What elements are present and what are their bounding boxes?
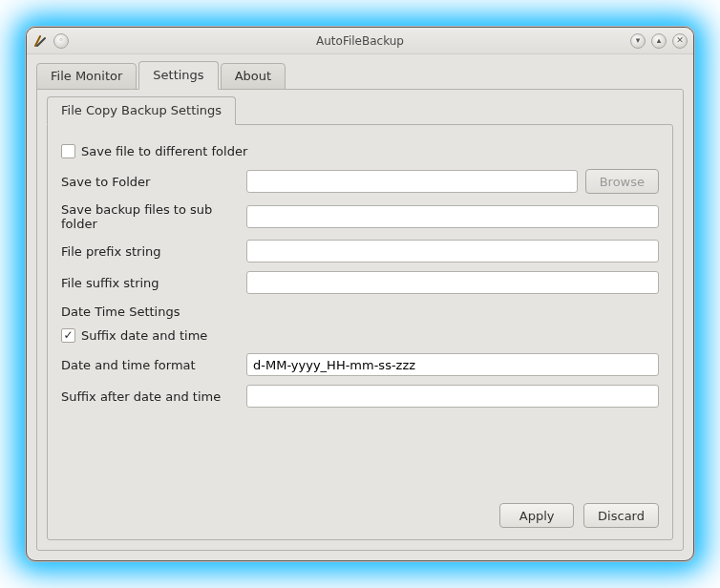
circle-icon: ◦ bbox=[58, 36, 63, 45]
save-diff-folder-checkbox[interactable] bbox=[61, 144, 75, 158]
apply-button[interactable]: Apply bbox=[499, 503, 574, 528]
file-suffix-row: File suffix string bbox=[61, 271, 659, 294]
button-label: Discard bbox=[598, 509, 645, 523]
date-format-input[interactable] bbox=[246, 353, 659, 376]
titlebar: ◦ AutoFileBackup ▾ ▴ ✕ bbox=[27, 28, 693, 54]
browse-button[interactable]: Browse bbox=[585, 169, 659, 194]
application-window: ◦ AutoFileBackup ▾ ▴ ✕ File Monitor bbox=[26, 27, 694, 561]
main-tabstrip: File Monitor Settings About bbox=[36, 62, 684, 89]
close-button[interactable]: ✕ bbox=[672, 33, 688, 49]
save-sub-folder-row: Save backup files to sub folder bbox=[61, 202, 659, 231]
date-format-label: Date and time format bbox=[61, 358, 246, 372]
save-to-folder-row: Save to Folder Browse bbox=[61, 169, 659, 194]
chevron-down-icon: ▾ bbox=[636, 36, 641, 45]
minimize-button[interactable]: ▾ bbox=[630, 33, 646, 49]
suffix-date-time-label: Suffix date and time bbox=[81, 328, 207, 343]
save-sub-folder-input[interactable] bbox=[246, 205, 659, 228]
tab-file-copy-backup-settings[interactable]: File Copy Backup Settings bbox=[47, 96, 236, 125]
suffix-after-dt-label: Suffix after date and time bbox=[61, 389, 246, 404]
tab-file-monitor[interactable]: File Monitor bbox=[36, 63, 137, 90]
date-format-row: Date and time format bbox=[61, 353, 659, 376]
tab-label: About bbox=[235, 69, 271, 83]
file-suffix-input[interactable] bbox=[246, 271, 659, 294]
tab-label: Settings bbox=[153, 68, 203, 82]
date-time-section-label: Date Time Settings bbox=[61, 304, 659, 319]
window-title: AutoFileBackup bbox=[27, 34, 693, 48]
suffix-after-dt-input[interactable] bbox=[246, 385, 659, 408]
button-label: Browse bbox=[600, 175, 645, 189]
file-suffix-label: File suffix string bbox=[61, 276, 246, 290]
inner-tabstrip: File Copy Backup Settings bbox=[47, 99, 673, 124]
content-area: File Monitor Settings About File Copy Ba… bbox=[27, 54, 693, 560]
close-icon: ✕ bbox=[676, 36, 684, 45]
dialog-button-bar: Apply Discard bbox=[499, 503, 659, 528]
discard-button[interactable]: Discard bbox=[583, 503, 659, 528]
app-icon bbox=[32, 33, 48, 49]
file-prefix-input[interactable] bbox=[246, 240, 659, 262]
file-prefix-row: File prefix string bbox=[61, 240, 659, 262]
chevron-up-icon: ▴ bbox=[657, 36, 662, 45]
tab-settings[interactable]: Settings bbox=[138, 61, 218, 90]
tab-label: File Monitor bbox=[51, 69, 122, 83]
maximize-button[interactable]: ▴ bbox=[651, 33, 667, 49]
save-diff-folder-row: Save file to different folder bbox=[61, 140, 659, 161]
backup-settings-frame: Save file to different folder Save to Fo… bbox=[47, 124, 673, 540]
save-sub-folder-label: Save backup files to sub folder bbox=[61, 202, 246, 231]
button-label: Apply bbox=[519, 509, 555, 523]
window-decoration-button[interactable]: ◦ bbox=[53, 33, 69, 49]
suffix-date-time-row: ✓ Suffix date and time bbox=[61, 325, 659, 346]
save-to-folder-label: Save to Folder bbox=[61, 175, 246, 189]
file-prefix-label: File prefix string bbox=[61, 244, 246, 259]
settings-panel: File Copy Backup Settings Save file to d… bbox=[36, 89, 684, 551]
tab-label: File Copy Backup Settings bbox=[61, 103, 222, 117]
tab-about[interactable]: About bbox=[221, 63, 286, 90]
suffix-after-dt-row: Suffix after date and time bbox=[61, 385, 659, 408]
suffix-date-time-checkbox[interactable]: ✓ bbox=[61, 328, 75, 343]
save-to-folder-input[interactable] bbox=[246, 170, 578, 193]
save-diff-folder-label: Save file to different folder bbox=[81, 144, 247, 158]
